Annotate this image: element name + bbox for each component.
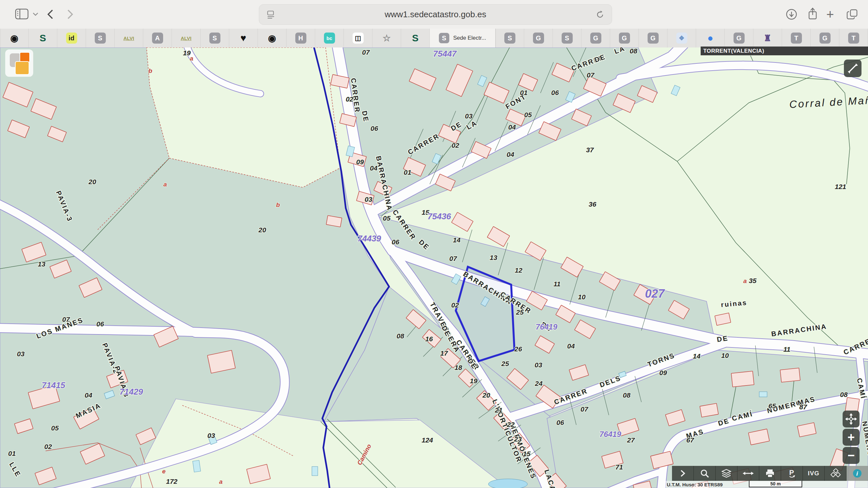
tab-favicon: G (590, 33, 601, 43)
parcel-number: 05 (51, 424, 59, 432)
tab-overview-icon[interactable] (846, 8, 859, 21)
url-text: www1.sedecatastro.gob.es (384, 9, 486, 20)
svg-text:P: P (789, 468, 794, 477)
zoom-out-button[interactable]: − (843, 447, 860, 464)
pinned-tab-0[interactable]: ◉ (0, 29, 29, 47)
pinned-tab-r-1[interactable]: G (524, 29, 553, 47)
reload-icon[interactable] (595, 10, 605, 21)
street-label: DE (716, 334, 728, 343)
building (780, 368, 800, 382)
parcel-number: 65 (768, 402, 776, 410)
parcel-number: 04 (506, 151, 515, 158)
pinned-tab-r-8[interactable]: G (725, 29, 753, 47)
pinned-tab-4[interactable]: ALVI (115, 29, 143, 47)
new-tab-button[interactable]: + (826, 7, 834, 22)
parcel-number: 10 (578, 293, 586, 301)
scale-label: 50 m (770, 481, 781, 486)
pinned-tab-7[interactable]: S (200, 29, 229, 47)
pinned-tab-r-11[interactable]: G (811, 29, 839, 47)
parcel-number: 20 (482, 391, 490, 399)
tab-favicon: ALVI (123, 35, 134, 41)
tab-favicon: S (95, 33, 106, 43)
map-letter: b (276, 201, 280, 208)
print-button[interactable] (759, 466, 781, 481)
sidebar-icon[interactable] (15, 8, 29, 20)
pinned-tab-13[interactable]: ☆ (372, 29, 401, 47)
catastro-logo[interactable] (5, 50, 33, 77)
pinned-tab-2[interactable]: id (57, 29, 86, 47)
pinned-tab-r-3[interactable]: G (582, 29, 610, 47)
parcel-id: 75436 (428, 212, 451, 221)
parcel-number: 07 (587, 71, 595, 79)
pinned-tab-r-12[interactable]: T (839, 29, 868, 47)
parcel-id: 71415 (42, 380, 65, 390)
parcel-number: 07 (62, 316, 70, 323)
address-bar[interactable]: www1.sedecatastro.gob.es (259, 4, 612, 25)
forward-button[interactable] (65, 8, 75, 20)
parcel-number: 13 (490, 254, 497, 261)
pinned-tabs-after: SGSGGG❖●G♜TGT (496, 29, 868, 47)
browser-toolbar: www1.sedecatastro.gob.es + (0, 0, 868, 29)
parcel-number: 20 (88, 178, 96, 186)
parcel-number: 36 (589, 200, 596, 208)
layers-button[interactable] (716, 466, 738, 481)
fullscreen-button[interactable] (844, 60, 862, 77)
pinned-tab-r-6[interactable]: ❖ (668, 29, 696, 47)
downloads-button[interactable] (785, 8, 798, 21)
parcel-number: 01 (520, 89, 527, 96)
pinned-tab-r-2[interactable]: S (553, 29, 582, 47)
pinned-tab-1[interactable]: S (29, 29, 57, 47)
tab-strip: ◉SidSALVIAALVIS♥◉Hbc◫☆S S Sede Electr...… (0, 29, 868, 48)
pinned-tab-6[interactable]: ALVI (172, 29, 200, 47)
map-letter: a (219, 478, 223, 485)
tab-favicon: A (152, 33, 163, 43)
pinned-tab-r-9[interactable]: ♜ (753, 29, 782, 47)
pinned-tab-r-10[interactable]: T (782, 29, 811, 47)
parcel-number: 04 (370, 164, 378, 172)
zoom-in-button[interactable]: + (843, 429, 860, 446)
ivg-button[interactable]: IVG (803, 466, 825, 481)
pinned-tab-12[interactable]: ◫ (344, 29, 372, 47)
parcel-number: 18 (455, 364, 462, 371)
parcel-number: 71 (615, 463, 623, 471)
measure-button[interactable] (738, 466, 759, 481)
pinned-tab-11[interactable]: bc (315, 29, 344, 47)
parcel-number: 04 (567, 342, 575, 350)
parcel-number: 05 (524, 111, 532, 119)
pinned-tab-r-0[interactable]: S (496, 29, 524, 47)
pinned-tab-10[interactable]: H (286, 29, 315, 47)
pinned-tab-3[interactable]: S (86, 29, 115, 47)
reader-icon[interactable] (266, 10, 275, 21)
parcel-number: 03 (365, 196, 372, 203)
building (731, 371, 754, 387)
parcel-id: 027 (645, 287, 665, 300)
parcel-number: 27 (627, 436, 635, 444)
tab-sede-electronica[interactable]: S Sede Electr... (430, 29, 496, 47)
tab-favicon: G (533, 33, 544, 43)
pin-p-button[interactable]: P (781, 466, 803, 481)
cubes-3d-button[interactable] (825, 466, 846, 481)
sidebar-chevron-down-icon[interactable] (32, 12, 39, 16)
pan-button[interactable] (843, 411, 860, 427)
pinned-tab-14[interactable]: S (401, 29, 430, 47)
tab-favicon: S (412, 33, 418, 43)
expand-panel-button[interactable] (672, 466, 694, 481)
pinned-tab-5[interactable]: A (143, 29, 172, 47)
parcel-number: 35 (749, 277, 757, 284)
parcel-number: 06 (96, 320, 104, 328)
search-button[interactable] (694, 466, 716, 481)
map-letter: b (149, 67, 152, 74)
back-button[interactable] (45, 8, 55, 20)
parcel-number: 37 (586, 146, 594, 154)
info-button[interactable]: i (846, 466, 868, 481)
cadastral-map[interactable]: CARRERDEBARRACHINACARRERDEBARRACHINACARR… (0, 47, 868, 488)
pinned-tab-9[interactable]: ◉ (258, 29, 286, 47)
tab-favicon: id (66, 33, 77, 43)
share-icon[interactable] (807, 7, 818, 21)
pinned-tab-r-5[interactable]: G (639, 29, 668, 47)
pinned-tab-r-7[interactable]: ● (696, 29, 725, 47)
pinned-tab-8[interactable]: ♥ (229, 29, 258, 47)
pinned-tab-r-4[interactable]: G (610, 29, 639, 47)
pinned-tabs-before: ◉SidSALVIAALVIS♥◉Hbc◫☆S (0, 29, 430, 47)
parcel-number: 124 (422, 436, 433, 444)
